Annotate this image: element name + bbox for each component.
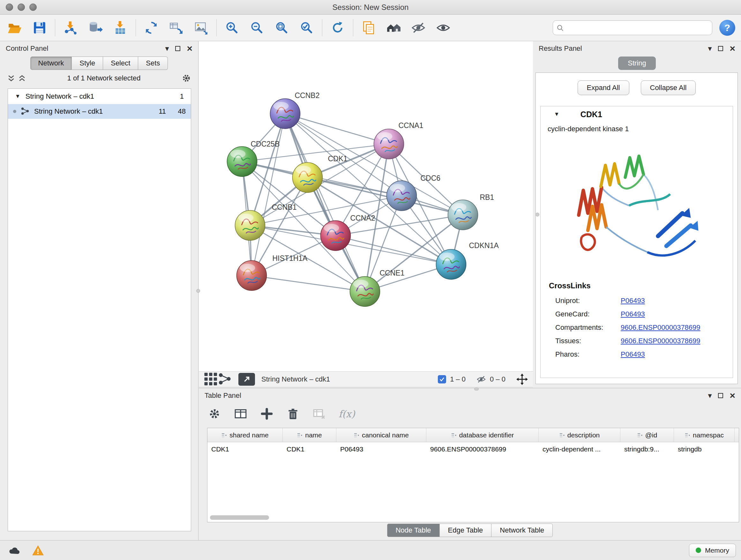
network-row-selected[interactable]: String Network – cdk1 11 48 [8, 104, 191, 119]
gene-section-header[interactable]: ▼ CDK1 [541, 106, 733, 122]
protein-structure-image [568, 141, 705, 268]
left-splitter-grip[interactable] [196, 289, 200, 293]
node-label-CCNB2: CCNB2 [295, 91, 320, 100]
tab-edge-table[interactable]: Edge Table [440, 523, 492, 537]
crosslink-link[interactable]: 9606.ENSP00000378699 [621, 337, 700, 345]
bottom-splitter-grip[interactable] [474, 388, 479, 390]
gene-expand-icon[interactable]: ▼ [554, 111, 559, 118]
zoom-out-button[interactable] [248, 19, 266, 37]
table-row[interactable]: CDK1CDK1P064939606.ENSP00000378699cyclin… [207, 442, 739, 456]
show-columns-icon[interactable] [234, 407, 247, 421]
cloud-button[interactable] [5, 543, 23, 557]
table-cell: CDK1 [207, 442, 283, 456]
collapse-all-icon[interactable] [7, 74, 15, 82]
expand-all-button[interactable]: Expand All [578, 80, 629, 95]
zoom-in-button[interactable] [223, 19, 241, 37]
tab-style[interactable]: Style [72, 57, 103, 70]
tab-select[interactable]: Select [103, 57, 138, 70]
gear-icon[interactable] [182, 73, 191, 83]
expand-all-icon[interactable] [18, 74, 26, 82]
network-label: String Network – cdk1 [34, 107, 146, 116]
tab-network-table[interactable]: Network Table [491, 523, 553, 537]
panel-float-icon[interactable] [175, 46, 180, 51]
column-sort-icon [221, 432, 227, 438]
network-node-CDC6[interactable] [387, 181, 417, 211]
help-label: ? [724, 22, 730, 33]
table-close-icon[interactable]: × [730, 391, 735, 400]
network-node-CDK1[interactable] [293, 163, 323, 192]
warnings-button[interactable] [29, 543, 47, 557]
right-splitter-grip[interactable] [536, 212, 539, 216]
panel-menu-icon[interactable]: ▾ [165, 44, 169, 53]
column-header[interactable]: canonical name [336, 428, 426, 442]
show-panels-button[interactable] [434, 19, 452, 37]
network-node-RB1[interactable] [448, 200, 478, 230]
collection-expand-icon[interactable]: ▼ [15, 93, 20, 100]
column-header[interactable]: name [283, 428, 336, 442]
function-builder-button[interactable]: f(x) [339, 408, 355, 420]
network-node-CDKN1A[interactable] [436, 249, 466, 279]
crosslink-link[interactable]: P06493 [621, 310, 645, 318]
network-node-CCNE1[interactable] [350, 276, 380, 307]
zoom-selected-button[interactable] [298, 19, 316, 37]
network-node-CCNB2[interactable] [270, 99, 300, 129]
node-count: 11 [151, 107, 166, 116]
network-node-HIST1H1A[interactable] [237, 260, 267, 291]
crosslink-link[interactable]: 9606.ENSP00000378699 [621, 323, 700, 332]
import-network-file-button[interactable] [62, 19, 79, 37]
tab-string[interactable]: String [618, 57, 656, 70]
help-button[interactable]: ? [719, 20, 735, 36]
network-collection-row[interactable]: ▼ String Network – cdk1 1 [8, 89, 191, 104]
collapse-all-button[interactable]: Collapse All [641, 80, 696, 95]
crosslink-link[interactable]: P06493 [621, 350, 645, 359]
network-node-CCNB1[interactable] [235, 210, 265, 240]
crosslink-link[interactable]: P06493 [621, 297, 645, 305]
network-graph[interactable]: CCNB2CCNA1CDC25BCDK1CDC6RB1CCNB1CCNA2CDK… [199, 41, 533, 371]
hide-panels-button[interactable] [409, 19, 427, 37]
memory-button[interactable]: Memory [689, 544, 736, 557]
add-column-icon[interactable] [260, 407, 273, 421]
network-node-CDC25B[interactable] [227, 146, 257, 177]
results-menu-icon[interactable]: ▾ [708, 44, 712, 53]
column-header[interactable]: @id [620, 428, 674, 442]
table-settings-gear-icon[interactable] [208, 407, 221, 421]
node-label-CCNA1: CCNA1 [399, 121, 423, 130]
network-canvas[interactable]: CCNB2CCNA1CDC25BCDK1CDC6RB1CCNB1CCNA2CDK… [199, 41, 533, 371]
horizontal-scrollbar[interactable] [210, 515, 269, 520]
import-network-database-button[interactable] [86, 19, 105, 37]
home-button[interactable] [385, 19, 402, 37]
export-image-button[interactable] [192, 19, 210, 37]
search-input[interactable] [553, 20, 712, 35]
grid-view-button[interactable] [204, 372, 218, 386]
panel-close-icon[interactable]: × [187, 44, 192, 53]
clone-network-button[interactable] [360, 19, 378, 37]
save-session-button[interactable] [30, 19, 49, 37]
column-header[interactable]: database identifier [426, 428, 539, 442]
table-float-icon[interactable] [718, 393, 723, 398]
crosshair-icon[interactable] [516, 374, 528, 385]
birdseye-view-button[interactable] [218, 372, 232, 386]
detach-view-button[interactable] [239, 373, 255, 386]
import-table-button[interactable] [111, 19, 129, 37]
new-network-button[interactable] [142, 19, 160, 37]
tab-node-table[interactable]: Node Table [387, 523, 440, 537]
network-from-table-button[interactable] [167, 19, 185, 37]
delete-column-icon[interactable] [286, 407, 300, 421]
open-session-button[interactable] [6, 19, 23, 37]
column-header[interactable]: shared name [207, 428, 283, 442]
tab-sets[interactable]: Sets [138, 57, 168, 70]
node-label-HIST1H1A: HIST1H1A [273, 254, 308, 262]
results-float-icon[interactable] [718, 46, 723, 51]
network-node-CCNA1[interactable] [374, 129, 404, 159]
zoom-fit-button[interactable] [273, 19, 291, 37]
crosslink-label: GeneCard: [555, 310, 621, 318]
network-node-CCNA2[interactable] [321, 221, 351, 251]
refresh-button[interactable] [329, 19, 347, 37]
selected-nodes-checkbox[interactable] [438, 375, 446, 383]
column-header[interactable]: description [539, 428, 620, 442]
results-close-icon[interactable]: × [730, 44, 735, 53]
control-panel: Control Panel ▾ × NetworkStyleSelectSets… [0, 41, 199, 540]
column-header[interactable]: namespac [674, 428, 735, 442]
tab-network[interactable]: Network [30, 57, 72, 70]
table-menu-icon[interactable]: ▾ [708, 391, 712, 400]
